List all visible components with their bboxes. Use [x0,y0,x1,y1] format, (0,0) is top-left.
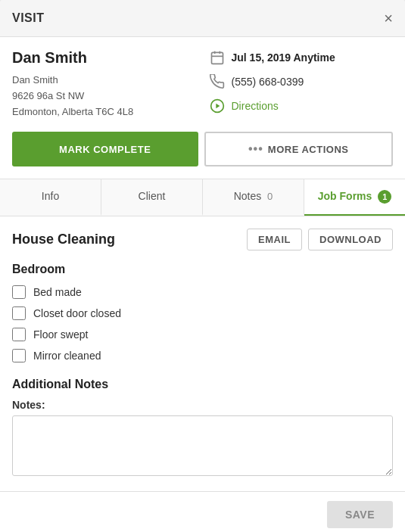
tab-client[interactable]: Client [101,179,203,216]
phone-row: (555) 668-0399 [209,73,394,90]
notes-count-badge: 0 [267,191,273,202]
more-actions-button[interactable]: ••• MORE ACTIONS [204,132,394,166]
customer-address: Dan Smith 9626 96a St NW Edmonton, Alber… [12,73,197,120]
tab-notes[interactable]: Notes 0 [203,179,304,216]
job-forms-count-badge: 1 [378,190,391,204]
visit-details: Jul 15, 2019 Anytime (555) 668-0399 D [209,49,394,120]
tab-info[interactable]: Info [0,179,101,216]
phone-icon [209,73,226,90]
checkbox-closet-door[interactable] [12,306,26,320]
visit-info-section: Dan Smith Dan Smith 9626 96a St NW Edmon… [0,37,405,132]
checkbox-mirror-cleaned[interactable] [12,349,26,362]
form-header: House Cleaning EMAIL DOWNLOAD [12,229,393,250]
checklist-item-closet-door: Closet door closed [12,306,393,320]
svg-rect-0 [211,52,223,64]
save-button[interactable]: SAVE [327,501,393,528]
label-floor-swept: Floor swept [33,328,88,341]
date-row: Jul 15, 2019 Anytime [209,49,394,66]
mark-complete-button[interactable]: MARK COMPLETE [12,132,198,166]
bedroom-checklist: Bed made Closet door closed Floor swept … [12,285,393,362]
customer-info: Dan Smith Dan Smith 9626 96a St NW Edmon… [12,49,197,120]
directions-row[interactable]: Directions [209,98,394,114]
customer-name: Dan Smith [12,49,197,67]
svg-marker-5 [216,104,220,109]
save-row: SAVE [0,491,405,532]
notes-field-label: Notes: [12,399,393,411]
modal-title: VISIT [12,11,45,25]
additional-notes-title: Additional Notes [12,378,393,391]
label-mirror-cleaned: Mirror cleaned [33,350,101,362]
phone-number: (555) 668-0399 [232,76,304,88]
checklist-item-mirror-cleaned: Mirror cleaned [12,349,393,362]
checkbox-bed-made[interactable] [12,285,26,299]
action-buttons-row: MARK COMPLETE ••• MORE ACTIONS [0,132,405,179]
email-button[interactable]: EMAIL [247,229,302,250]
calendar-icon [209,49,226,66]
directions-icon [209,98,226,114]
form-title: House Cleaning [12,232,115,247]
visit-date: Jul 15, 2019 Anytime [232,51,335,64]
tab-job-forms[interactable]: Job Forms 1 [304,179,405,216]
label-closet-door: Closet door closed [33,307,121,319]
close-button[interactable]: × [384,11,393,26]
notes-textarea[interactable] [12,415,393,476]
modal-header: VISIT × [0,0,405,37]
section-bedroom-title: Bedroom [12,263,393,276]
download-button[interactable]: DOWNLOAD [308,229,393,250]
checkbox-floor-swept[interactable] [12,328,26,341]
visit-modal: VISIT × Dan Smith Dan Smith 9626 96a St … [0,0,405,532]
dots-icon: ••• [248,142,263,156]
tabs-bar: Info Client Notes 0 Job Forms 1 [0,179,405,216]
directions-link[interactable]: Directions [232,100,279,112]
label-bed-made: Bed made [33,286,82,298]
checklist-item-bed-made: Bed made [12,285,393,299]
form-action-buttons: EMAIL DOWNLOAD [247,229,393,250]
checklist-item-floor-swept: Floor swept [12,328,393,341]
job-forms-content: House Cleaning EMAIL DOWNLOAD Bedroom Be… [0,216,405,491]
